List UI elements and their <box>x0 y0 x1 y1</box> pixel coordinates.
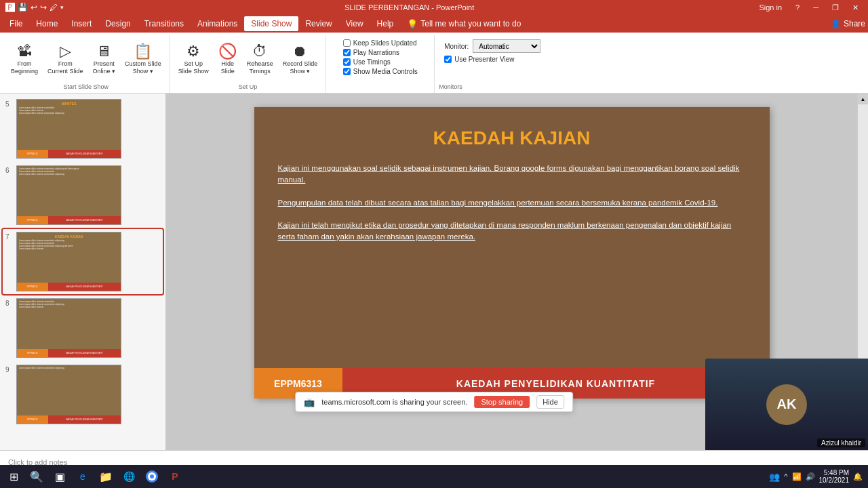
menu-animations[interactable]: Animations <box>191 16 244 31</box>
use-presenter-checkbox[interactable] <box>444 56 452 63</box>
thumb-text-6: Lorem ipsum dolor sit amet consectetur a… <box>19 168 119 176</box>
edge-button[interactable]: e <box>72 466 94 487</box>
slide-thumb-8[interactable]: 8 Lorem ipsum dolor sit amet consectetur… <box>3 296 163 361</box>
slide-content: KAEDAH KAJIAN Kajian ini menggunakan soa… <box>254 107 770 399</box>
slide-preview-5: HIPOTES Lorem ipsum dolor sit amet conse… <box>16 99 121 159</box>
from-beginning-icon: 📽 <box>17 44 32 59</box>
present-online-icon: 🖥 <box>96 44 111 59</box>
video-name-label: Azizul khaidir <box>817 439 865 447</box>
slide-body: Kajian ini menggunakan soal selidik seba… <box>278 163 746 385</box>
thumb-footer-left-9: EPPM6313 <box>17 415 48 424</box>
video-overlay: AK Azizul khaidir <box>705 359 868 450</box>
thumb-text-9: Lorem ipsum dolor sit amet consectetur a… <box>19 367 119 370</box>
hide-slide-icon: 🚫 <box>218 44 237 59</box>
date: 10/2/2021 <box>819 476 850 484</box>
thumb-footer-left-8: EPPM6313 <box>17 349 48 357</box>
ie-button[interactable]: 🌐 <box>118 466 140 487</box>
file-explorer-button[interactable]: 📁 <box>95 466 117 487</box>
menu-insert[interactable]: Insert <box>64 16 98 31</box>
help-icon-btn[interactable]: ? <box>791 0 804 15</box>
close-button[interactable]: ✕ <box>848 0 863 15</box>
slide-thumb-9[interactable]: 9 Lorem ipsum dolor sit amet consectetur… <box>3 362 163 427</box>
thumb-text-5: Lorem ipsum dolor sit amet consectetur L… <box>19 107 119 115</box>
network-icon[interactable]: 📶 <box>792 472 802 481</box>
minimize-button[interactable]: ─ <box>809 0 823 15</box>
chrome-button[interactable] <box>141 466 163 487</box>
use-timings-check[interactable]: Use Timings <box>343 58 418 66</box>
thumb-text-7: Lorem ipsum dolor sit amet consectetur a… <box>19 240 119 251</box>
slide-number-9: 9 <box>5 365 14 424</box>
notification-bell[interactable]: 🔔 <box>853 472 863 481</box>
slide-container[interactable]: KAEDAH KAJIAN Kajian ini menggunakan soa… <box>254 107 770 399</box>
menu-design[interactable]: Design <box>98 16 137 31</box>
from-current-slide-button[interactable]: ▷ FromCurrent Slide <box>43 39 87 80</box>
keep-slides-updated-check[interactable]: Keep Slides Updated <box>343 39 418 47</box>
slide-thumb-6[interactable]: 6 Lorem ipsum dolor sit amet consectetur… <box>3 163 163 228</box>
quick-access[interactable]: 💾 ↩ ↪ 🖊 ▾ <box>18 3 64 12</box>
ribbon-group-checks: Keep Slides Updated Play Narrations Use … <box>326 35 435 93</box>
rehearse-timings-button[interactable]: ⏱ RehearseTimings <box>243 39 277 80</box>
menu-slideshow[interactable]: Slide Show <box>244 16 298 31</box>
avatar: AK <box>766 384 807 425</box>
hide-button[interactable]: Hide <box>536 395 564 409</box>
menu-file[interactable]: File <box>3 16 29 31</box>
sharing-bar: 📺 teams.microsoft.com is sharing your sc… <box>295 392 573 412</box>
restore-button[interactable]: ❐ <box>828 0 843 15</box>
slide-thumb-5[interactable]: 5 HIPOTES Lorem ipsum dolor sit amet con… <box>3 96 163 161</box>
sign-in-button[interactable]: Sign in <box>755 0 786 15</box>
from-beginning-button[interactable]: 📽 FromBeginning <box>7 39 42 80</box>
menu-bar: File Home Insert Design Transitions Anim… <box>0 15 868 33</box>
menu-view[interactable]: View <box>339 16 370 31</box>
slide-preview-6: Lorem ipsum dolor sit amet consectetur a… <box>16 165 121 225</box>
monitor-dropdown[interactable]: Automatic <box>473 39 540 53</box>
video-person: AK Azizul khaidir <box>705 359 868 450</box>
monitors-label: Monitors <box>439 82 462 90</box>
slide-number-6: 6 <box>5 165 14 225</box>
slide-para-2: Pengumpulan data telah dibuat secara ata… <box>278 197 746 209</box>
system-tray[interactable]: ^ <box>784 472 787 481</box>
from-current-icon: ▷ <box>60 44 71 59</box>
menu-home[interactable]: Home <box>29 16 64 31</box>
rehearse-icon: ⏱ <box>252 44 267 59</box>
use-presenter-view-check[interactable]: Use Presenter View <box>444 56 540 63</box>
stop-sharing-button[interactable]: Stop sharing <box>474 396 530 408</box>
clock: 5:48 PM 10/2/2021 <box>819 469 850 484</box>
show-media-controls-check[interactable]: Show Media Controls <box>343 68 418 75</box>
notification-icon[interactable]: 👥 <box>769 472 780 482</box>
volume-icon[interactable]: 🔊 <box>806 472 815 481</box>
use-timings-checkbox[interactable] <box>343 58 351 66</box>
sharing-message: teams.microsoft.com is sharing your scre… <box>321 398 467 406</box>
play-narrations-checkbox[interactable] <box>343 49 351 56</box>
slide-heading: KAEDAH KAJIAN <box>278 127 746 149</box>
powerpoint-taskbar-button[interactable]: P <box>164 466 186 487</box>
thumb-footer-right-6: KAEDAH PENYELIDIKAN KUANTITATIF <box>48 216 121 224</box>
menu-review[interactable]: Review <box>298 16 338 31</box>
show-media-checkbox[interactable] <box>343 68 351 75</box>
menu-transitions[interactable]: Transitions <box>138 16 191 31</box>
present-online-button[interactable]: 🖥 PresentOnline ▾ <box>89 39 120 80</box>
slide-thumb-7[interactable]: 7 KAEDAH KAJIAN Lorem ipsum dolor sit am… <box>3 229 163 294</box>
menu-help[interactable]: Help <box>370 16 401 31</box>
tell-me-input[interactable]: 💡 Tell me what you want to do <box>407 19 521 29</box>
custom-slide-show-button[interactable]: 📋 Custom SlideShow ▾ <box>121 39 165 80</box>
play-narrations-check[interactable]: Play Narrations <box>343 49 418 56</box>
thumb-footer-left-6: EPPM6313 <box>17 216 48 224</box>
slideshow-checks: Keep Slides Updated Play Narrations Use … <box>343 37 418 78</box>
app-icon: 🅿 <box>5 2 15 13</box>
setup-slideshow-button[interactable]: ⚙ Set UpSlide Show <box>174 39 213 80</box>
thumb-title-7: KAEDAH KAJIAN <box>19 235 119 239</box>
search-button[interactable]: 🔍 <box>26 466 47 487</box>
taskbar-right: 👥 ^ 📶 🔊 5:48 PM 10/2/2021 🔔 <box>769 469 865 484</box>
scroll-up-button[interactable]: ▲ <box>858 94 868 104</box>
windows-start-button[interactable]: ⊞ <box>3 466 24 487</box>
record-slide-show-button[interactable]: ⏺ Record SlideShow ▾ <box>279 39 322 80</box>
keep-slides-checkbox[interactable] <box>343 39 351 47</box>
task-view-button[interactable]: ▣ <box>49 466 71 487</box>
slide-panel[interactable]: 5 HIPOTES Lorem ipsum dolor sit amet con… <box>0 94 166 450</box>
monitor-select-row: Monitor: Automatic <box>444 39 540 53</box>
thumb-footer-left-7: EPPM6313 <box>17 283 48 291</box>
title-bar: 🅿 💾 ↩ ↪ 🖊 ▾ SLIDE PERBENTANGAN - PowerPo… <box>0 0 868 15</box>
monitor-label: Monitor: <box>444 43 469 50</box>
slide-para-3: Kajian ini telah mengikut etika dan pros… <box>278 220 746 243</box>
hide-slide-button[interactable]: 🚫 HideSlide <box>214 39 241 80</box>
